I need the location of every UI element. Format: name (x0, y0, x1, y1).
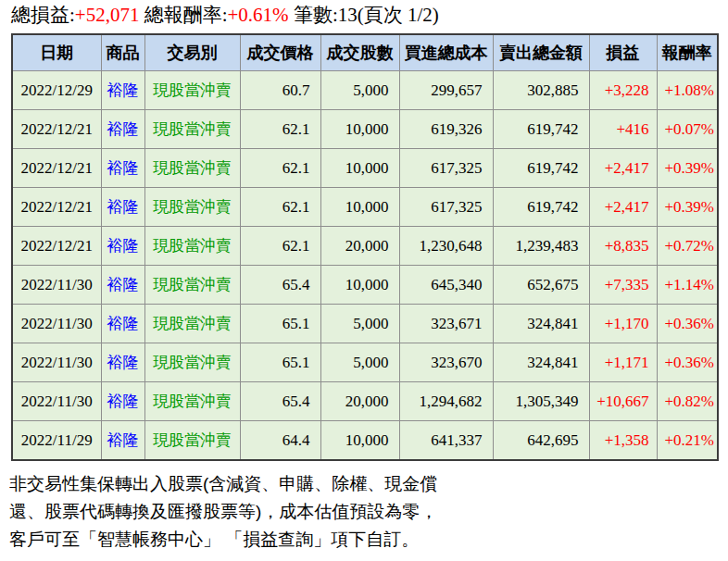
cell-buy-cost: 323,671 (399, 305, 493, 343)
cell-shares: 20,000 (320, 382, 399, 421)
header-return-rate: 報酬率 (657, 34, 718, 71)
cell-buy-cost: 619,326 (399, 110, 493, 149)
cell-profit-loss: +2,417 (589, 149, 657, 188)
cell-product: 裕隆 (101, 343, 144, 382)
cell-price: 65.1 (240, 305, 320, 343)
header-shares: 成交股數 (320, 34, 399, 71)
cell-return-rate: +0.39% (657, 149, 718, 188)
cell-trade-type: 現股當沖賣 (144, 188, 240, 227)
cell-return-rate: +0.21% (657, 421, 718, 461)
header-buy-cost: 買進總成本 (399, 34, 493, 71)
cell-profit-loss: +8,835 (589, 227, 657, 266)
table-row: 2022/12/21裕隆現股當沖賣62.110,000619,326619,74… (12, 110, 718, 149)
cell-buy-cost: 299,657 (399, 71, 493, 110)
cell-shares: 10,000 (320, 110, 399, 149)
header-trade-type: 交易別 (144, 34, 240, 71)
cell-trade-type: 現股當沖賣 (144, 305, 240, 343)
cell-sell-amount: 302,885 (493, 71, 589, 110)
cell-price: 62.1 (240, 110, 320, 149)
cell-sell-amount: 324,841 (493, 305, 589, 343)
cell-shares: 10,000 (320, 421, 399, 461)
total-return-value: +0.61% (228, 4, 289, 26)
cell-product: 裕隆 (101, 110, 144, 149)
cell-sell-amount: 619,742 (493, 188, 589, 227)
cell-sell-amount: 642,695 (493, 421, 589, 461)
cell-product: 裕隆 (101, 149, 144, 188)
table-header: 日期 商品 交易別 成交價格 成交股數 買進總成本 賣出總金額 損益 報酬率 (12, 34, 718, 71)
cell-product: 裕隆 (101, 305, 144, 343)
footnote-line-1: 非交易性集保轉出入股票(含減資、申購、除權、現金償 (9, 470, 437, 498)
cell-price: 65.4 (240, 382, 320, 421)
cell-date: 2022/11/30 (12, 382, 101, 421)
cell-shares: 5,000 (320, 343, 399, 382)
header-row: 日期 商品 交易別 成交價格 成交股數 買進總成本 賣出總金額 損益 報酬率 (12, 34, 718, 71)
cell-price: 60.7 (240, 71, 320, 110)
cell-return-rate: +0.07% (657, 110, 718, 149)
cell-profit-loss: +1,171 (589, 343, 657, 382)
cell-shares: 10,000 (320, 266, 399, 305)
cell-product: 裕隆 (101, 421, 144, 461)
cell-date: 2022/12/29 (12, 71, 101, 110)
table-row: 2022/11/30裕隆現股當沖賣65.410,000645,340652,67… (12, 266, 718, 305)
cell-profit-loss: +2,417 (589, 188, 657, 227)
cell-date: 2022/11/29 (12, 421, 101, 461)
summary-bar: 總損益:+52,071 總報酬率:+0.61% 筆數:13(頁次 1/2) (11, 2, 439, 28)
cell-date: 2022/12/21 (12, 188, 101, 227)
cell-buy-cost: 645,340 (399, 266, 493, 305)
header-product: 商品 (101, 34, 144, 71)
cell-product: 裕隆 (101, 382, 144, 421)
profit-loss-table: 日期 商品 交易別 成交價格 成交股數 買進總成本 賣出總金額 損益 報酬率 2… (11, 33, 719, 461)
table-row: 2022/11/29裕隆現股當沖賣64.410,000641,337642,69… (12, 421, 718, 461)
cell-date: 2022/11/30 (12, 266, 101, 305)
table-row: 2022/12/29裕隆現股當沖賣60.75,000299,657302,885… (12, 71, 718, 110)
cell-trade-type: 現股當沖賣 (144, 382, 240, 421)
cell-product: 裕隆 (101, 227, 144, 266)
total-pl-value: +52,071 (75, 4, 140, 26)
cell-sell-amount: 652,675 (493, 266, 589, 305)
total-return-label: 總報酬率: (139, 4, 227, 26)
cell-trade-type: 現股當沖賣 (144, 343, 240, 382)
cell-trade-type: 現股當沖賣 (144, 421, 240, 461)
cell-date: 2022/12/21 (12, 227, 101, 266)
table-body: 2022/12/29裕隆現股當沖賣60.75,000299,657302,885… (12, 71, 718, 461)
cell-price: 62.1 (240, 149, 320, 188)
cell-sell-amount: 619,742 (493, 110, 589, 149)
cell-shares: 5,000 (320, 71, 399, 110)
cell-date: 2022/11/30 (12, 343, 101, 382)
cell-profit-loss: +3,228 (589, 71, 657, 110)
cell-price: 65.1 (240, 343, 320, 382)
cell-trade-type: 現股當沖賣 (144, 110, 240, 149)
cell-buy-cost: 641,337 (399, 421, 493, 461)
header-profit-loss: 損益 (589, 34, 657, 71)
cell-buy-cost: 1,230,648 (399, 227, 493, 266)
cell-date: 2022/11/30 (12, 305, 101, 343)
table-row: 2022/11/30裕隆現股當沖賣65.15,000323,671324,841… (12, 305, 718, 343)
cell-shares: 5,000 (320, 305, 399, 343)
cell-buy-cost: 617,325 (399, 149, 493, 188)
cell-sell-amount: 619,742 (493, 149, 589, 188)
footnote: 非交易性集保轉出入股票(含減資、申購、除權、現金償 還、股票代碼轉換及匯撥股票等… (9, 470, 437, 554)
cell-profit-loss: +416 (589, 110, 657, 149)
cell-profit-loss: +1,358 (589, 421, 657, 461)
table-row: 2022/11/30裕隆現股當沖賣65.420,0001,294,6821,30… (12, 382, 718, 421)
cell-price: 62.1 (240, 227, 320, 266)
footnote-line-2: 還、股票代碼轉換及匯撥股票等)，成本估值預設為零， (9, 498, 437, 526)
cell-buy-cost: 323,670 (399, 343, 493, 382)
footnote-line-3: 客戶可至「智慧帳務中心」 「損益查詢」項下自訂。 (9, 526, 437, 554)
cell-return-rate: +0.72% (657, 227, 718, 266)
cell-return-rate: +0.36% (657, 305, 718, 343)
cell-product: 裕隆 (101, 266, 144, 305)
cell-shares: 20,000 (320, 227, 399, 266)
cell-shares: 10,000 (320, 188, 399, 227)
header-price: 成交價格 (240, 34, 320, 71)
cell-return-rate: +1.08% (657, 71, 718, 110)
cell-return-rate: +0.82% (657, 382, 718, 421)
cell-profit-loss: +1,170 (589, 305, 657, 343)
table-row: 2022/12/21裕隆現股當沖賣62.120,0001,230,6481,23… (12, 227, 718, 266)
cell-trade-type: 現股當沖賣 (144, 266, 240, 305)
cell-buy-cost: 617,325 (399, 188, 493, 227)
cell-return-rate: +1.14% (657, 266, 718, 305)
cell-product: 裕隆 (101, 188, 144, 227)
total-pl-label: 總損益: (11, 4, 75, 26)
cell-date: 2022/12/21 (12, 110, 101, 149)
